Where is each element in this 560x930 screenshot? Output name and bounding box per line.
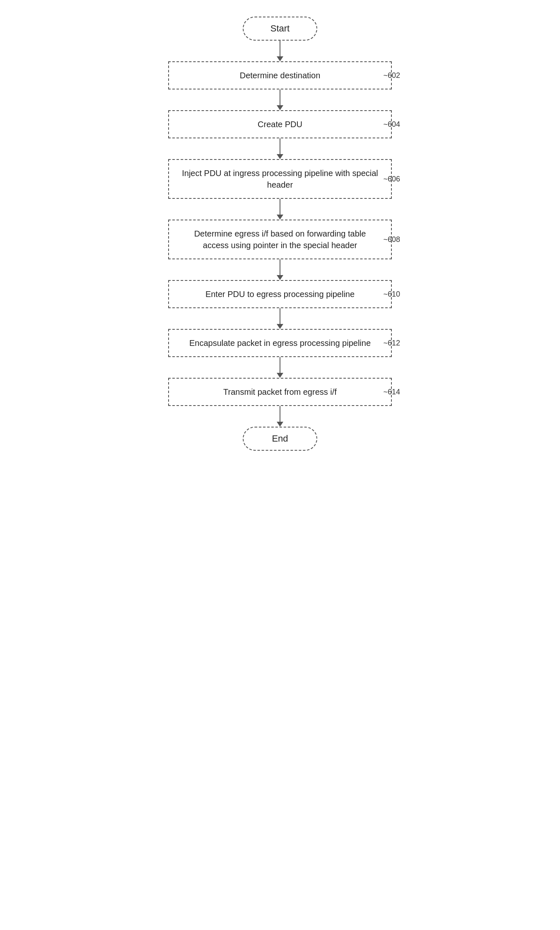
ref-label-614: ~614 [383, 388, 400, 396]
arrow-6 [277, 308, 283, 329]
process-text-606: Inject PDU at ingress processing pipelin… [182, 169, 378, 189]
node-row-606: Inject PDU at ingress processing pipelin… [135, 159, 425, 199]
ref-label-602: ~602 [383, 71, 400, 80]
process-text-610: Enter PDU to egress processing pipeline [205, 290, 355, 299]
process-box-608: Determine egress i/f based on forwarding… [168, 220, 392, 259]
start-label: Start [270, 23, 290, 34]
arrow-3 [277, 138, 283, 159]
ref-label-610: ~610 [383, 290, 400, 299]
node-row-610: Enter PDU to egress processing pipeline … [135, 280, 425, 308]
process-text-612: Encapsulate packet in egress processing … [189, 338, 371, 348]
process-box-614: Transmit packet from egress i/f [168, 378, 392, 406]
process-text-614: Transmit packet from egress i/f [223, 387, 337, 396]
ref-label-608: ~608 [383, 235, 400, 244]
process-box-612: Encapsulate packet in egress processing … [168, 329, 392, 357]
arrow-4 [277, 199, 283, 220]
process-box-602: Determine destination [168, 61, 392, 89]
node-row-604: Create PDU ~604 [135, 110, 425, 138]
arrow-2 [277, 89, 283, 110]
flowchart-diagram: Start Determine destination ~602 Create … [135, 17, 425, 451]
node-row-602: Determine destination ~602 [135, 61, 425, 89]
process-text-604: Create PDU [258, 120, 302, 129]
arrow-5 [277, 259, 283, 280]
arrow-7 [277, 357, 283, 378]
ref-label-612: ~612 [383, 339, 400, 348]
node-row-608: Determine egress i/f based on forwarding… [135, 220, 425, 259]
ref-label-606: ~606 [383, 175, 400, 184]
arrow-8 [277, 406, 283, 427]
node-row-612: Encapsulate packet in egress processing … [135, 329, 425, 357]
ref-label-604: ~604 [383, 120, 400, 129]
node-row-614: Transmit packet from egress i/f ~614 [135, 378, 425, 406]
process-text-602: Determine destination [240, 71, 321, 80]
end-terminal: End [243, 427, 317, 451]
end-label: End [272, 433, 288, 444]
process-box-610: Enter PDU to egress processing pipeline [168, 280, 392, 308]
process-text-608: Determine egress i/f based on forwarding… [194, 229, 366, 250]
process-box-604: Create PDU [168, 110, 392, 138]
process-box-606: Inject PDU at ingress processing pipelin… [168, 159, 392, 199]
arrow-1 [277, 41, 283, 61]
start-terminal: Start [243, 17, 317, 41]
